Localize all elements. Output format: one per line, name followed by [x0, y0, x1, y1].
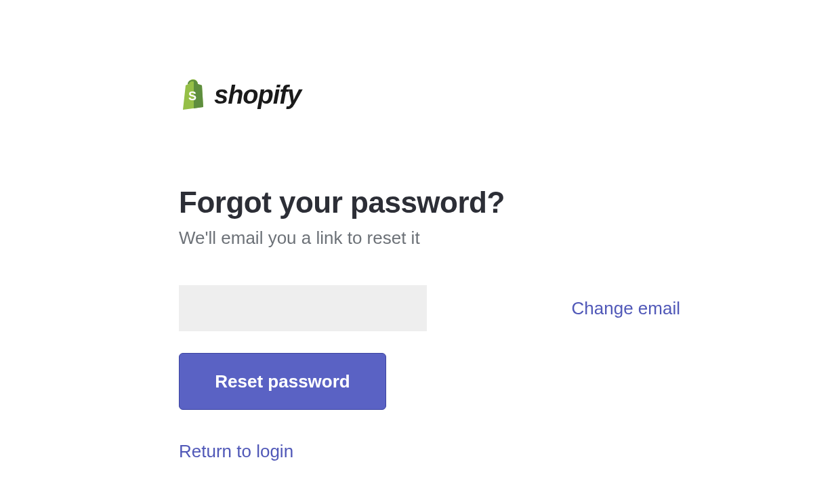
page-subheading: We'll email you a link to reset it [179, 228, 680, 249]
svg-text:S: S [188, 89, 196, 103]
brand-logo: S shopify [179, 79, 680, 111]
brand-name: shopify [214, 81, 301, 110]
page-heading: Forgot your password? [179, 186, 680, 219]
reset-password-button[interactable]: Reset password [179, 353, 386, 410]
forgot-password-panel: S shopify Forgot your password? We'll em… [179, 79, 680, 462]
email-row: Change email [179, 285, 680, 331]
change-email-link[interactable]: Change email [572, 298, 680, 319]
shopify-bag-icon: S [179, 79, 207, 111]
email-input[interactable] [179, 285, 427, 331]
return-to-login-link[interactable]: Return to login [179, 441, 293, 461]
